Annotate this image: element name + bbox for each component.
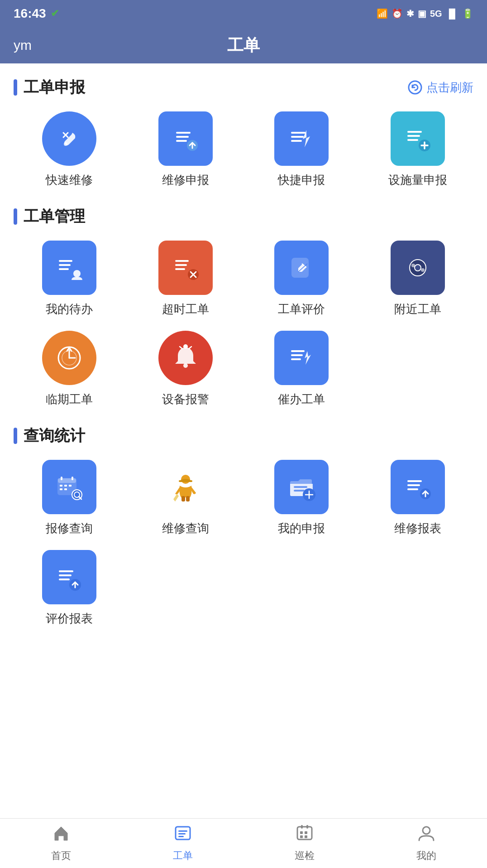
nav-mine[interactable]: 我的 [365,824,487,863]
repair-query-item[interactable]: 报修查询 [14,460,125,536]
mine-svg [417,824,435,842]
evaluation-report-icon [42,550,96,604]
svg-rect-81 [294,490,305,492]
nav-home[interactable]: 首页 [0,824,122,863]
quick-submit-item[interactable]: 快捷申报 [246,111,358,188]
svg-rect-63 [61,477,62,480]
section-query-stats: 查询统计 [14,425,473,627]
svg-rect-25 [59,260,72,262]
maintenance-report-item[interactable]: 维修报表 [362,460,474,536]
nearby-order-icon [391,241,445,295]
status-bar: 16:43 ✔ 📶 ⏰ ✱ ▣ 5G ▐▌ 🔋 [0,0,487,27]
svg-point-52 [183,344,188,349]
svg-rect-55 [286,342,317,374]
my-submit-item[interactable]: 我的申报 [246,460,358,536]
section-bar-stats [14,428,17,444]
near-expiry-label: 临期工单 [46,391,93,407]
svg-rect-15 [291,140,302,142]
maintenance-query-item[interactable]: 维修查询 [130,460,242,536]
svg-rect-56 [291,350,305,352]
svg-rect-58 [291,358,301,360]
location-icon [402,252,434,284]
facility-submit-label: 设施量申报 [388,172,447,188]
svg-rect-77 [186,496,190,502]
repair-submit-icon [158,111,213,166]
svg-rect-27 [59,268,69,270]
evaluation-report-item[interactable]: 评价报表 [14,550,125,627]
svg-rect-96 [178,833,186,834]
worker-icon [170,471,201,503]
manage-grid: 我的待办 超时工单 [14,241,473,407]
svg-rect-20 [407,139,418,141]
my-submit-icon [274,460,329,514]
order-evaluation-item[interactable]: 工单评价 [246,241,358,317]
svg-rect-91 [59,579,70,580]
svg-rect-31 [175,264,187,266]
svg-rect-12 [286,123,317,154]
header: ym 工单 [0,27,487,63]
svg-rect-100 [306,825,308,829]
section-title-stats: 查询统计 [24,425,85,446]
my-pending-label: 我的待办 [46,301,93,317]
maintenance-report-label: 维修报表 [394,521,441,536]
svg-rect-89 [59,570,73,572]
status-check-icon: ✔ [51,8,59,19]
repair-query-label: 报修查询 [46,521,93,536]
nearby-order-item[interactable]: 附近工单 [362,241,474,317]
patrol-icon [296,824,314,846]
order-evaluation-icon [274,241,329,295]
facility-submit-item[interactable]: 设施量申报 [362,111,474,188]
my-pending-item[interactable]: 我的待办 [14,241,125,317]
svg-rect-6 [170,123,201,154]
folder-icon [286,471,317,503]
nav-home-label: 首页 [51,849,71,863]
svg-point-51 [183,363,188,368]
overtime-order-item[interactable]: 超时工单 [130,241,242,317]
near-expiry-item[interactable]: 临期工单 [14,331,125,407]
my-submit-label: 我的申报 [278,521,325,536]
device-alarm-item[interactable]: 设备报警 [130,331,242,407]
list-x-icon [170,252,201,284]
section-title-wrap-stats: 查询统计 [14,425,85,446]
svg-rect-32 [175,268,185,270]
section-workorder-manage: 工单管理 我的待办 [14,206,473,407]
maintenance-report-icon [391,460,445,514]
svg-rect-103 [300,835,303,838]
maintenance-query-label: 维修查询 [162,521,209,536]
svg-rect-76 [181,496,185,502]
svg-rect-7 [176,132,191,134]
quick-submit-icon [274,111,329,166]
edit-icon [286,252,317,284]
list-up-icon [402,471,434,503]
nav-patrol-label: 巡检 [295,849,315,863]
svg-rect-80 [294,486,307,488]
header-title: 工单 [227,34,260,57]
home-icon [52,824,70,846]
nav-patrol[interactable]: 巡检 [244,824,365,863]
section-bar [14,79,17,96]
svg-point-28 [73,270,81,277]
workorder-icon [174,824,192,846]
list-user-icon [53,252,85,284]
screen-icon: ▣ [418,8,426,19]
svg-rect-90 [59,574,72,576]
bottom-nav: 首页 工单 巡检 [0,818,487,868]
svg-rect-14 [291,136,304,138]
refresh-button[interactable]: 点击刷新 [407,80,473,96]
section-title-manage: 工单管理 [24,206,85,227]
header-user: ym [14,38,32,53]
repair-submit-item[interactable]: 维修申报 [130,111,242,188]
svg-point-105 [423,827,430,834]
svg-rect-82 [402,471,434,503]
svg-rect-17 [402,123,434,154]
svg-rect-13 [291,132,306,134]
nav-workorder[interactable]: 工单 [122,824,244,863]
quick-submit-label: 快捷申报 [278,172,325,188]
list-bolt-icon [286,123,317,154]
urge-order-item[interactable]: 催办工单 [246,331,358,407]
quick-repair-item[interactable]: 快速维修 [14,111,125,188]
workorder-svg [174,824,192,842]
svg-rect-30 [175,260,189,262]
svg-point-3 [64,142,67,146]
status-time: 16:43 [14,6,46,21]
